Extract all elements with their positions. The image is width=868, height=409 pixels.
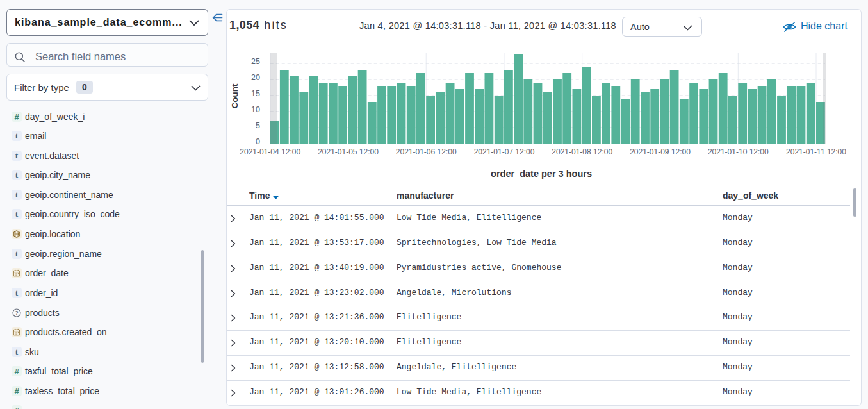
svg-text:2021-01-10 12:00: 2021-01-10 12:00 — [708, 147, 769, 156]
svg-text:2021-01-06 12:00: 2021-01-06 12:00 — [396, 147, 457, 156]
svg-text:5: 5 — [256, 121, 260, 130]
svg-text:20: 20 — [251, 73, 260, 82]
svg-text:10: 10 — [251, 105, 260, 114]
svg-text:2021-01-04 12:00: 2021-01-04 12:00 — [240, 147, 300, 156]
svg-text:15: 15 — [251, 89, 260, 98]
svg-text:2021-01-08 12:00: 2021-01-08 12:00 — [552, 147, 612, 156]
svg-text:order_date per 3 hours: order_date per 3 hours — [491, 169, 592, 179]
svg-text:2021-01-05 12:00: 2021-01-05 12:00 — [318, 147, 379, 156]
svg-text:2021-01-07 12:00: 2021-01-07 12:00 — [474, 147, 535, 156]
svg-text:25: 25 — [251, 57, 260, 66]
svg-text:0: 0 — [256, 137, 260, 146]
svg-text:2021-01-11 12:00: 2021-01-11 12:00 — [786, 147, 846, 156]
svg-text:Count: Count — [230, 83, 240, 108]
svg-text:2021-01-09 12:00: 2021-01-09 12:00 — [630, 147, 691, 156]
svg-text:?: ? — [15, 310, 18, 316]
